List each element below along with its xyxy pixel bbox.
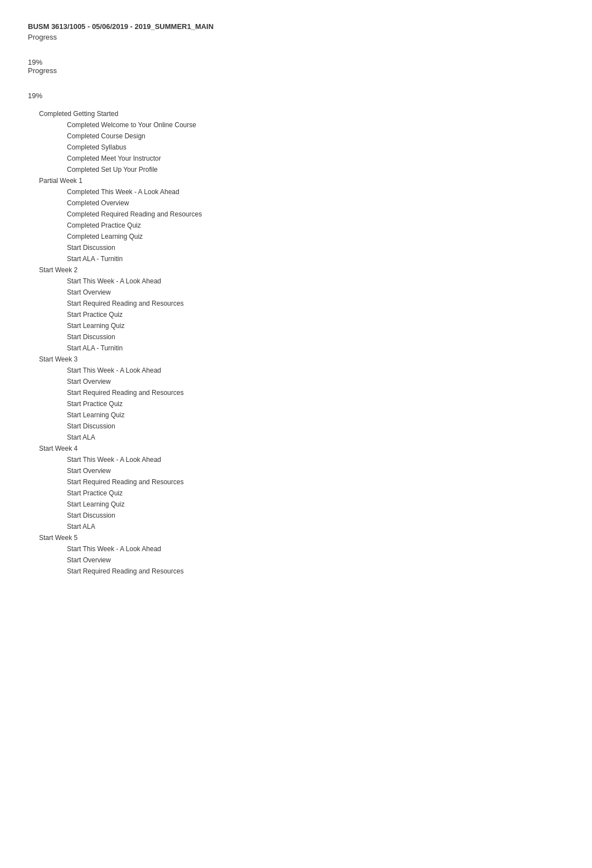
tree-item-5-1[interactable]: Start Overview <box>67 555 564 565</box>
tree-item-5-0[interactable]: Start This Week - A Look Ahead <box>67 544 564 554</box>
tree-section-2[interactable]: Start Week 2 <box>39 265 564 275</box>
tree-item-3-6[interactable]: Start ALA <box>67 432 564 442</box>
tree-section-3[interactable]: Start Week 3 <box>39 354 564 364</box>
tree-item-4-6[interactable]: Start ALA <box>67 522 564 532</box>
tree-item-2-2[interactable]: Start Required Reading and Resources <box>67 298 564 308</box>
tree-item-4-5[interactable]: Start Discussion <box>67 510 564 520</box>
tree-item-1-0[interactable]: Completed This Week - A Look Ahead <box>67 187 564 197</box>
tree-section-4[interactable]: Start Week 4 <box>39 443 564 454</box>
tree-item-2-6[interactable]: Start ALA - Turnitin <box>67 343 564 353</box>
tree-item-5-2[interactable]: Start Required Reading and Resources <box>67 566 564 576</box>
tree-section-0[interactable]: Completed Getting Started <box>39 109 564 119</box>
tree-item-1-5[interactable]: Start Discussion <box>67 243 564 253</box>
tree-item-3-3[interactable]: Start Practice Quiz <box>67 399 564 409</box>
tree-item-4-3[interactable]: Start Practice Quiz <box>67 488 564 498</box>
tree-item-0-3[interactable]: Completed Meet Your Instructor <box>67 153 564 163</box>
tree-item-2-3[interactable]: Start Practice Quiz <box>67 310 564 320</box>
page-title: BUSM 3613/1005 - 05/06/2019 - 2019_SUMME… <box>28 22 564 31</box>
tree-item-2-4[interactable]: Start Learning Quiz <box>67 321 564 331</box>
tree-item-4-1[interactable]: Start Overview <box>67 466 564 476</box>
progress-description: Progress <box>28 66 564 75</box>
tree-item-1-2[interactable]: Completed Required Reading and Resources <box>67 209 564 219</box>
percent-value: 19% <box>28 58 564 66</box>
tree-item-0-4[interactable]: Completed Set Up Your Profile <box>67 165 564 175</box>
tree-item-2-1[interactable]: Start Overview <box>67 287 564 297</box>
tree-item-0-1[interactable]: Completed Course Design <box>67 131 564 141</box>
tree-item-1-4[interactable]: Completed Learning Quiz <box>67 232 564 242</box>
tree-item-3-5[interactable]: Start Discussion <box>67 421 564 431</box>
tree-item-1-3[interactable]: Completed Practice Quiz <box>67 220 564 230</box>
tree-item-4-2[interactable]: Start Required Reading and Resources <box>67 477 564 487</box>
tree-item-3-0[interactable]: Start This Week - A Look Ahead <box>67 365 564 375</box>
tree-item-4-4[interactable]: Start Learning Quiz <box>67 499 564 509</box>
tree-item-1-6[interactable]: Start ALA - Turnitin <box>67 254 564 264</box>
tree-item-1-1[interactable]: Completed Overview <box>67 198 564 208</box>
tree-section-5[interactable]: Start Week 5 <box>39 533 564 543</box>
tree-item-0-2[interactable]: Completed Syllabus <box>67 142 564 152</box>
tree-item-3-2[interactable]: Start Required Reading and Resources <box>67 388 564 398</box>
progress-label: Progress <box>28 33 564 41</box>
tree-item-2-0[interactable]: Start This Week - A Look Ahead <box>67 276 564 286</box>
tree-section-1[interactable]: Partial Week 1 <box>39 176 564 186</box>
tree-item-2-5[interactable]: Start Discussion <box>67 332 564 342</box>
percent-value2: 19% <box>28 91 564 100</box>
tree-item-3-4[interactable]: Start Learning Quiz <box>67 410 564 420</box>
tree-item-4-0[interactable]: Start This Week - A Look Ahead <box>67 455 564 465</box>
tree-item-3-1[interactable]: Start Overview <box>67 377 564 387</box>
tree-item-0-0[interactable]: Completed Welcome to Your Online Course <box>67 120 564 130</box>
course-tree: Completed Getting StartedCompleted Welco… <box>39 109 564 576</box>
